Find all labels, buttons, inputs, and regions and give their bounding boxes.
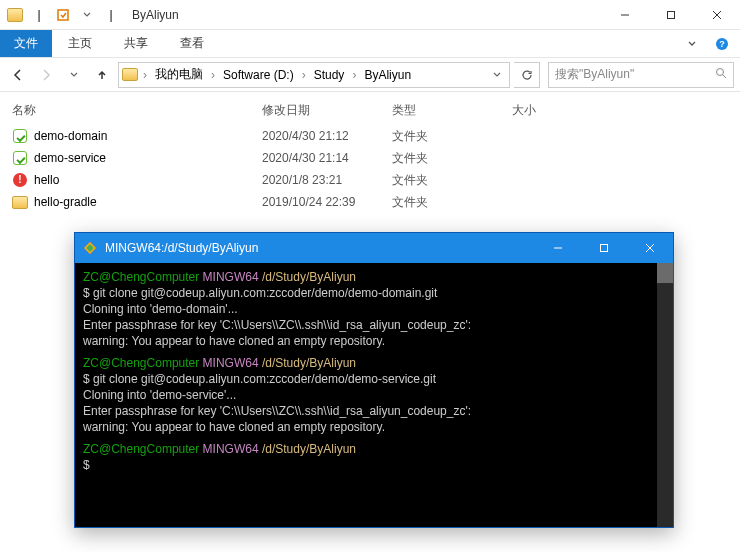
file-type: 文件夹 bbox=[392, 150, 512, 167]
status-ok-icon bbox=[12, 128, 28, 144]
file-modified: 2020/4/30 21:14 bbox=[262, 151, 392, 165]
col-name[interactable]: 名称 bbox=[12, 102, 262, 119]
ribbon-expand-icon[interactable] bbox=[680, 30, 704, 57]
terminal-titlebar[interactable]: MINGW64:/d/Study/ByAliyun bbox=[75, 233, 673, 263]
terminal-line: warning: You appear to have cloned an em… bbox=[83, 333, 665, 349]
file-modified: 2019/10/24 22:39 bbox=[262, 195, 392, 209]
terminal-line: warning: You appear to have cloned an em… bbox=[83, 419, 665, 435]
terminal-line: $ git clone git@codeup.aliyun.com:zccode… bbox=[83, 285, 665, 301]
up-button[interactable] bbox=[90, 63, 114, 87]
table-row[interactable]: hello2020/1/8 23:21文件夹 bbox=[12, 169, 728, 191]
chevron-right-icon[interactable]: › bbox=[141, 68, 149, 82]
terminal-prompt: ZC@ChengComputer MINGW64 /d/Study/ByAliy… bbox=[83, 269, 665, 285]
qat-properties-icon[interactable] bbox=[52, 4, 74, 26]
maximize-button[interactable] bbox=[648, 0, 694, 30]
table-row[interactable]: demo-domain2020/4/30 21:12文件夹 bbox=[12, 125, 728, 147]
terminal-line: Cloning into 'demo-domain'... bbox=[83, 301, 665, 317]
address-bar[interactable]: › 我的电脑 › Software (D:) › Study › ByAliyu… bbox=[118, 62, 510, 88]
terminal-icon bbox=[81, 239, 99, 257]
chevron-right-icon[interactable]: › bbox=[350, 68, 358, 82]
file-name: demo-domain bbox=[34, 129, 107, 143]
folder-icon bbox=[4, 4, 26, 26]
terminal-minimize-button[interactable] bbox=[535, 233, 581, 263]
search-icon[interactable] bbox=[715, 67, 727, 82]
file-type: 文件夹 bbox=[392, 128, 512, 145]
quick-access-toolbar: | | bbox=[0, 4, 126, 26]
svg-line-8 bbox=[723, 75, 726, 78]
file-name: demo-service bbox=[34, 151, 106, 165]
terminal-scrollbar[interactable] bbox=[657, 263, 673, 527]
breadcrumb-segment[interactable]: Study bbox=[308, 63, 351, 87]
status-ok-icon bbox=[12, 150, 28, 166]
tab-home[interactable]: 主页 bbox=[52, 30, 108, 57]
file-name: hello-gradle bbox=[34, 195, 97, 209]
refresh-button[interactable] bbox=[514, 62, 540, 88]
qat-dropdown-icon[interactable] bbox=[76, 4, 98, 26]
status-error-icon bbox=[12, 172, 28, 188]
svg-point-7 bbox=[717, 69, 724, 76]
recent-dropdown-icon[interactable] bbox=[62, 63, 86, 87]
file-modified: 2020/4/30 21:12 bbox=[262, 129, 392, 143]
svg-text:?: ? bbox=[719, 39, 725, 49]
terminal-close-button[interactable] bbox=[627, 233, 673, 263]
terminal-window: MINGW64:/d/Study/ByAliyun ZC@ChengComput… bbox=[74, 232, 674, 528]
address-folder-icon bbox=[119, 68, 141, 81]
terminal-body[interactable]: ZC@ChengComputer MINGW64 /d/Study/ByAliy… bbox=[75, 263, 673, 527]
file-modified: 2020/1/8 23:21 bbox=[262, 173, 392, 187]
terminal-scrollthumb[interactable] bbox=[657, 263, 673, 283]
help-icon[interactable]: ? bbox=[710, 30, 734, 57]
table-row[interactable]: hello-gradle2019/10/24 22:39文件夹 bbox=[12, 191, 728, 213]
back-button[interactable] bbox=[6, 63, 30, 87]
terminal-maximize-button[interactable] bbox=[581, 233, 627, 263]
chevron-right-icon[interactable]: › bbox=[209, 68, 217, 82]
svg-rect-13 bbox=[601, 245, 608, 252]
terminal-line: $ git clone git@codeup.aliyun.com:zccode… bbox=[83, 371, 665, 387]
svg-rect-2 bbox=[668, 11, 675, 18]
folder-icon bbox=[12, 194, 28, 210]
nav-row: › 我的电脑 › Software (D:) › Study › ByAliyu… bbox=[0, 58, 740, 92]
tab-view[interactable]: 查看 bbox=[164, 30, 220, 57]
ribbon: 文件 主页 共享 查看 ? bbox=[0, 30, 740, 58]
tab-share[interactable]: 共享 bbox=[108, 30, 164, 57]
search-placeholder: 搜索"ByAliyun" bbox=[555, 66, 715, 83]
file-type: 文件夹 bbox=[392, 172, 512, 189]
terminal-prompt: ZC@ChengComputer MINGW64 /d/Study/ByAliy… bbox=[83, 441, 665, 457]
column-headers: 名称 修改日期 类型 大小 bbox=[0, 92, 740, 125]
file-name: hello bbox=[34, 173, 59, 187]
breadcrumb-segment[interactable]: Software (D:) bbox=[217, 63, 300, 87]
breadcrumb-segment[interactable]: 我的电脑 bbox=[149, 63, 209, 87]
qat-separator2: | bbox=[100, 4, 122, 26]
svg-rect-0 bbox=[58, 10, 68, 20]
terminal-title: MINGW64:/d/Study/ByAliyun bbox=[105, 241, 535, 255]
terminal-line: Cloning into 'demo-service'... bbox=[83, 387, 665, 403]
terminal-prompt: ZC@ChengComputer MINGW64 /d/Study/ByAliy… bbox=[83, 355, 665, 371]
content-area: 名称 修改日期 类型 大小 demo-domain2020/4/30 21:12… bbox=[0, 92, 740, 213]
minimize-button[interactable] bbox=[602, 0, 648, 30]
file-type: 文件夹 bbox=[392, 194, 512, 211]
table-row[interactable]: demo-service2020/4/30 21:14文件夹 bbox=[12, 147, 728, 169]
terminal-line: $ bbox=[83, 457, 665, 473]
titlebar: | | ByAliyun bbox=[0, 0, 740, 30]
col-size[interactable]: 大小 bbox=[512, 102, 632, 119]
address-dropdown-icon[interactable] bbox=[485, 63, 509, 87]
chevron-right-icon[interactable]: › bbox=[300, 68, 308, 82]
col-type[interactable]: 类型 bbox=[392, 102, 512, 119]
forward-button[interactable] bbox=[34, 63, 58, 87]
close-button[interactable] bbox=[694, 0, 740, 30]
breadcrumb-segment[interactable]: ByAliyun bbox=[358, 63, 417, 87]
col-modified[interactable]: 修改日期 bbox=[262, 102, 392, 119]
terminal-line: Enter passphrase for key 'C:\\Users\\ZC\… bbox=[83, 317, 665, 333]
search-input[interactable]: 搜索"ByAliyun" bbox=[548, 62, 734, 88]
qat-separator: | bbox=[28, 4, 50, 26]
file-tab[interactable]: 文件 bbox=[0, 30, 52, 57]
file-list: demo-domain2020/4/30 21:12文件夹demo-servic… bbox=[0, 125, 740, 213]
terminal-line: Enter passphrase for key 'C:\\Users\\ZC\… bbox=[83, 403, 665, 419]
window-buttons bbox=[602, 0, 740, 30]
window-title: ByAliyun bbox=[126, 8, 179, 22]
